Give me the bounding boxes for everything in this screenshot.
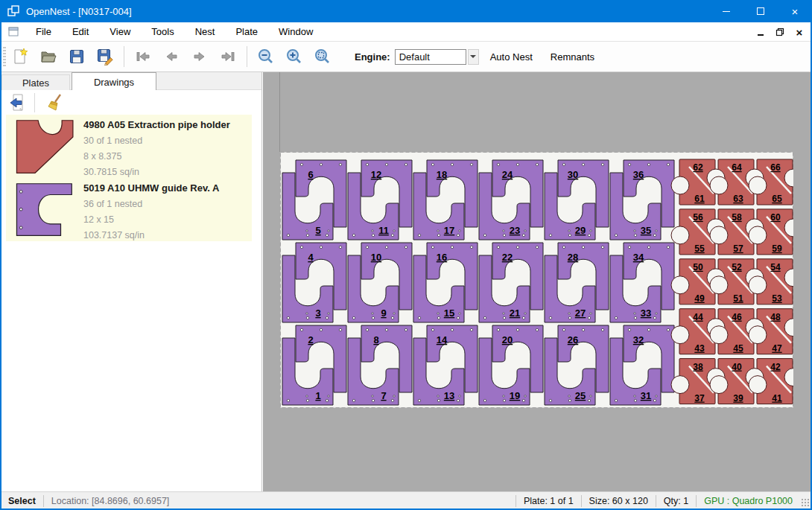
minimize-button[interactable]: [709, 0, 743, 22]
svg-text:6: 6: [308, 169, 313, 180]
main-toolbar: Engine: Default Auto Nest Remnants: [0, 42, 812, 72]
menu-view[interactable]: View: [99, 23, 141, 40]
svg-text:66: 66: [770, 162, 781, 173]
next-arrow-icon: [191, 48, 209, 66]
mdi-close-button[interactable]: ×: [791, 25, 808, 39]
svg-text:41: 41: [772, 393, 782, 404]
svg-text:23: 23: [510, 225, 520, 236]
svg-text:2: 2: [308, 334, 313, 345]
tab-plates[interactable]: Plates: [1, 74, 70, 90]
engine-combobox[interactable]: Default: [395, 49, 466, 65]
auto-nest-button[interactable]: Auto Nest: [483, 48, 539, 66]
mdi-minimize-icon: [758, 34, 764, 36]
drawing-title: 5019 A10 UHMW guide Rev. A: [83, 182, 219, 194]
svg-text:47: 47: [772, 343, 782, 354]
svg-text:55: 55: [694, 243, 705, 254]
svg-text:37: 37: [694, 393, 705, 404]
drawing-nested-count: 30 of 1 nested: [83, 133, 230, 149]
toolbar-separator: [34, 93, 35, 112]
red-part-thumbnail: [15, 118, 76, 175]
next-plate-button[interactable]: [188, 45, 212, 68]
statusbar-separator: [516, 495, 516, 507]
svg-text:52: 52: [732, 262, 742, 272]
toolbar-grip[interactable]: [3, 47, 6, 66]
cursor-location: Location: [84.8696, 60.6957]: [51, 496, 169, 506]
zoom-out-button[interactable]: [254, 45, 278, 68]
menu-file[interactable]: File: [25, 23, 62, 40]
first-plate-button[interactable]: [131, 45, 155, 68]
status-bar: Select Location: [84.8696, 60.6957] Plat…: [0, 491, 812, 510]
menu-window[interactable]: Window: [268, 23, 323, 40]
svg-text:42: 42: [770, 362, 781, 372]
last-plate-button[interactable]: [216, 45, 240, 68]
last-arrow-icon: [219, 48, 237, 66]
save-as-button[interactable]: [93, 45, 117, 68]
tab-drawings[interactable]: Drawings: [72, 72, 156, 90]
open-button[interactable]: [37, 45, 60, 68]
svg-text:18: 18: [437, 169, 447, 180]
menu-tools[interactable]: Tools: [141, 23, 184, 40]
maximize-button[interactable]: [743, 0, 778, 22]
svg-text:26: 26: [568, 334, 578, 345]
menu-plate[interactable]: Plate: [225, 23, 268, 40]
svg-text:57: 57: [733, 243, 743, 254]
chevron-down-icon: [470, 55, 476, 58]
clear-button[interactable]: [45, 92, 68, 113]
close-icon: ×: [792, 6, 799, 17]
drawings-toolbar: [0, 90, 261, 115]
drawing-size: 12 x 15: [83, 212, 219, 228]
svg-text:21: 21: [510, 307, 520, 319]
purple-part-thumbnail: [15, 182, 76, 238]
document-window-icon[interactable]: [8, 26, 19, 37]
drawing-item-uhmw-guide[interactable]: 5019 A10 UHMW guide Rev. A 36 of 1 neste…: [6, 178, 252, 241]
mdi-restore-button[interactable]: [772, 25, 788, 39]
zoom-in-button[interactable]: [282, 45, 306, 68]
zoom-fit-button[interactable]: [311, 45, 334, 68]
statusbar-separator: [43, 495, 44, 507]
drawing-item-extraction-pipe-holder[interactable]: 4980 A05 Extraction pipe holder 30 of 1 …: [6, 115, 252, 178]
svg-text:15: 15: [444, 307, 454, 319]
svg-text:11: 11: [378, 225, 389, 236]
svg-text:7: 7: [381, 390, 386, 401]
return-part-button[interactable]: [6, 92, 28, 113]
svg-text:38: 38: [693, 362, 703, 372]
mode-status: Select: [8, 496, 36, 506]
previous-plate-button[interactable]: [159, 45, 183, 68]
engine-dropdown-button[interactable]: [468, 49, 479, 65]
resize-grip[interactable]: [801, 498, 810, 507]
svg-text:3: 3: [315, 307, 320, 319]
new-button[interactable]: [8, 45, 32, 68]
menu-edit[interactable]: Edit: [62, 23, 99, 40]
svg-text:48: 48: [770, 312, 781, 322]
svg-text:63: 63: [733, 194, 743, 204]
svg-text:43: 43: [694, 343, 705, 354]
drawing-size: 8 x 8.375: [83, 149, 230, 165]
remnants-button[interactable]: Remnants: [544, 48, 601, 66]
previous-arrow-icon: [162, 48, 180, 66]
open-folder-icon: [39, 48, 57, 66]
svg-text:24: 24: [502, 169, 513, 180]
svg-text:61: 61: [694, 194, 705, 204]
plate-count-status: Plate: 1 of 1: [524, 496, 574, 506]
menu-nest[interactable]: Nest: [185, 23, 226, 40]
svg-text:39: 39: [733, 393, 743, 404]
svg-text:49: 49: [694, 293, 705, 304]
svg-text:53: 53: [772, 293, 782, 304]
svg-text:5: 5: [315, 225, 320, 236]
nest-plate[interactable]: 6512111817242330293635431091615222128273…: [280, 152, 793, 408]
svg-text:14: 14: [437, 334, 448, 345]
svg-text:17: 17: [444, 225, 454, 236]
svg-text:56: 56: [693, 212, 703, 223]
svg-text:10: 10: [371, 252, 381, 263]
svg-text:54: 54: [770, 262, 781, 272]
drawing-list: 4980 A05 Extraction pipe holder 30 of 1 …: [0, 115, 261, 491]
svg-text:58: 58: [732, 212, 742, 223]
save-button[interactable]: [65, 45, 89, 68]
close-button[interactable]: ×: [778, 0, 812, 22]
svg-text:65: 65: [772, 194, 782, 204]
svg-text:40: 40: [732, 362, 742, 372]
zoom-in-icon: [285, 48, 303, 66]
nest-canvas[interactable]: 6512111817242330293635431091615222128273…: [263, 72, 812, 491]
mdi-minimize-button[interactable]: [752, 25, 769, 39]
minimize-icon: [723, 11, 730, 12]
